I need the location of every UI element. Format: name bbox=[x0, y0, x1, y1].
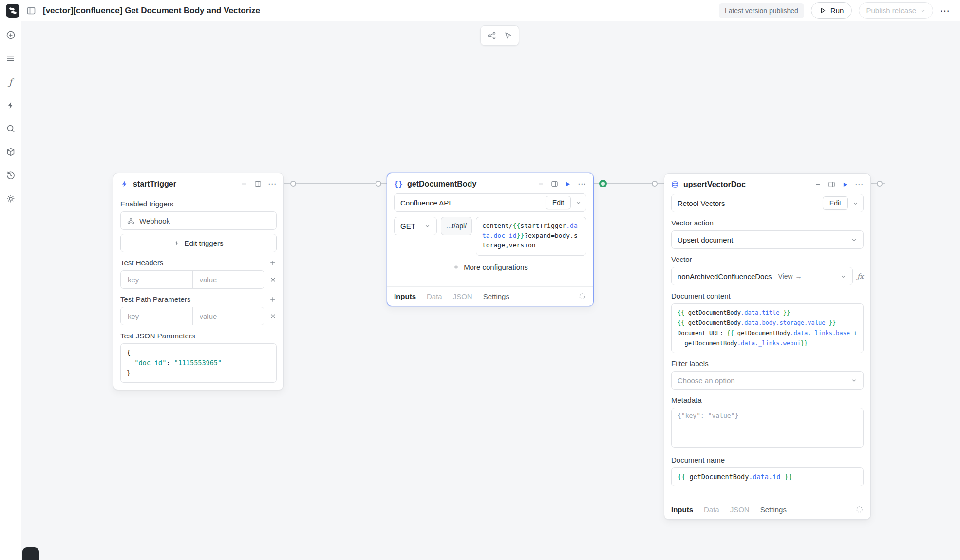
fx-icon[interactable]: ƒx bbox=[857, 272, 864, 280]
canvas-corner-widget[interactable] bbox=[22, 547, 39, 560]
refresh-icon[interactable] bbox=[855, 505, 864, 514]
node-header[interactable]: upsertVectorDoc ⋯ bbox=[664, 174, 870, 194]
run-button[interactable]: Run bbox=[811, 2, 852, 19]
resource-select[interactable]: Confluence API Edit bbox=[394, 193, 586, 212]
braces-icon: {} bbox=[394, 180, 403, 188]
vector-action-select[interactable]: Upsert document bbox=[671, 230, 864, 249]
test-path-params-label: Test Path Parameters bbox=[120, 295, 190, 303]
chevron-down-icon[interactable] bbox=[575, 200, 582, 206]
port-getDocumentBody-success[interactable] bbox=[599, 180, 607, 187]
left-toolbar: ƒ bbox=[0, 21, 21, 560]
functions-icon[interactable]: ƒ bbox=[5, 76, 17, 88]
method-select[interactable]: GET bbox=[394, 217, 437, 235]
open-panel-icon[interactable] bbox=[551, 180, 558, 187]
tab-inputs[interactable]: Inputs bbox=[394, 292, 416, 300]
trigger-bolt-icon bbox=[120, 180, 129, 188]
vector-action-label: Vector action bbox=[671, 219, 864, 227]
workflow-title: [vector][confluence] Get Document Body a… bbox=[43, 6, 260, 16]
node-upsertVectorDoc[interactable]: upsertVectorDoc ⋯ Retool Vectors Edit Ve… bbox=[664, 173, 871, 520]
open-panel-icon[interactable] bbox=[254, 180, 262, 187]
tab-settings[interactable]: Settings bbox=[760, 505, 787, 514]
edit-triggers-button[interactable]: Edit triggers bbox=[120, 234, 277, 252]
resource-name: Retool Vectors bbox=[678, 199, 818, 207]
node-footer: Inputs Data JSON Settings bbox=[387, 286, 593, 306]
node-more-icon[interactable]: ⋯ bbox=[855, 179, 864, 189]
url-prefix: ...t/api/ bbox=[441, 217, 472, 235]
vector-view-link[interactable]: View → bbox=[778, 272, 802, 280]
url-editor[interactable]: content/{{startTrigger.data.doc_id}}?exp… bbox=[476, 217, 586, 256]
node-footer: Inputs Data JSON Settings bbox=[664, 500, 870, 519]
edit-resource-button[interactable]: Edit bbox=[546, 196, 571, 209]
node-more-icon[interactable]: ⋯ bbox=[578, 179, 586, 189]
select-tool-icon[interactable] bbox=[504, 31, 512, 40]
edit-resource-button[interactable]: Edit bbox=[823, 196, 848, 210]
remove-path-param-icon[interactable] bbox=[269, 313, 277, 320]
document-content-label: Document content bbox=[671, 292, 864, 300]
triggers-icon[interactable] bbox=[5, 99, 17, 111]
document-content-editor[interactable]: {{ getDocumentBody.data.title }}{{ getDo… bbox=[671, 303, 864, 353]
add-block-icon[interactable] bbox=[5, 29, 17, 41]
version-badge: Latest version published bbox=[719, 3, 804, 18]
test-json-editor[interactable]: { "doc_id": "1115553965"} bbox=[120, 343, 277, 383]
blocks-icon[interactable] bbox=[5, 146, 17, 158]
topbar-more-icon[interactable]: ⋯ bbox=[940, 5, 950, 17]
canvas-toolbar bbox=[480, 25, 519, 46]
run-node-icon[interactable] bbox=[565, 181, 571, 187]
resource-name: Confluence API bbox=[400, 199, 541, 207]
header-value-input[interactable] bbox=[199, 275, 259, 284]
menu-icon[interactable] bbox=[5, 53, 17, 64]
node-title: startTrigger bbox=[133, 180, 176, 188]
tab-json[interactable]: JSON bbox=[453, 292, 472, 300]
edge-startTrigger-getDocumentBody[interactable] bbox=[284, 183, 387, 184]
tab-json[interactable]: JSON bbox=[730, 505, 750, 514]
path-value-input[interactable] bbox=[199, 312, 259, 321]
collapse-node-icon[interactable] bbox=[537, 180, 545, 187]
metadata-input[interactable] bbox=[671, 408, 864, 448]
add-path-param-icon[interactable] bbox=[269, 296, 277, 303]
settings-icon[interactable] bbox=[5, 193, 17, 205]
vector-value: nonArchivedConfluenceDocs bbox=[678, 272, 772, 280]
collapse-node-icon[interactable] bbox=[241, 180, 248, 187]
workflow-canvas[interactable]: startTrigger ⋯ Enabled triggers Webhook … bbox=[21, 21, 960, 560]
node-header[interactable]: {} getDocumentBody ⋯ bbox=[387, 173, 593, 193]
retool-logo[interactable] bbox=[6, 4, 19, 18]
search-icon[interactable] bbox=[5, 123, 17, 134]
enabled-triggers-label: Enabled triggers bbox=[120, 200, 277, 208]
node-header[interactable]: startTrigger ⋯ bbox=[113, 173, 283, 193]
history-icon[interactable] bbox=[5, 169, 17, 181]
port-startTrigger-out[interactable] bbox=[290, 181, 296, 187]
chevron-down-icon[interactable] bbox=[852, 200, 859, 206]
port-getDocumentBody-in[interactable] bbox=[376, 181, 381, 187]
filter-labels-label: Filter labels bbox=[671, 359, 864, 368]
add-test-header-icon[interactable] bbox=[269, 259, 277, 267]
vector-select[interactable]: nonArchivedConfluenceDocs View → bbox=[671, 267, 853, 285]
play-icon bbox=[819, 7, 827, 14]
publish-release-button[interactable]: Publish release bbox=[859, 2, 933, 19]
webhook-trigger-row[interactable]: Webhook bbox=[120, 211, 277, 230]
port-upsertVectorDoc-in[interactable] bbox=[652, 181, 658, 187]
refresh-icon[interactable] bbox=[578, 292, 586, 300]
resource-select[interactable]: Retool Vectors Edit bbox=[671, 194, 864, 212]
tab-data[interactable]: Data bbox=[427, 292, 442, 300]
path-key-input[interactable] bbox=[127, 312, 187, 321]
node-startTrigger[interactable]: startTrigger ⋯ Enabled triggers Webhook … bbox=[113, 173, 284, 390]
port-upsertVectorDoc-out[interactable] bbox=[877, 181, 883, 187]
node-title: getDocumentBody bbox=[407, 180, 476, 188]
tab-settings[interactable]: Settings bbox=[483, 292, 509, 300]
run-node-icon[interactable] bbox=[842, 181, 848, 188]
header-key-input[interactable] bbox=[127, 275, 187, 284]
workflow-tool-icon[interactable] bbox=[487, 31, 497, 40]
node-more-icon[interactable]: ⋯ bbox=[268, 179, 277, 189]
tab-inputs[interactable]: Inputs bbox=[671, 505, 693, 514]
more-configurations-button[interactable]: More configurations bbox=[394, 256, 586, 273]
vector-label: Vector bbox=[671, 255, 864, 263]
document-name-input[interactable]: {{ getDocumentBody.data.id }} bbox=[671, 467, 864, 486]
collapse-node-icon[interactable] bbox=[814, 181, 822, 188]
remove-test-header-icon[interactable] bbox=[269, 276, 277, 283]
sidebar-toggle-icon[interactable] bbox=[26, 6, 36, 16]
open-panel-icon[interactable] bbox=[828, 181, 835, 188]
vectors-icon bbox=[671, 181, 679, 188]
tab-data[interactable]: Data bbox=[704, 505, 719, 514]
node-getDocumentBody[interactable]: {} getDocumentBody ⋯ Confluence API Edit… bbox=[387, 173, 594, 306]
filter-labels-select[interactable]: Choose an option bbox=[671, 371, 864, 390]
